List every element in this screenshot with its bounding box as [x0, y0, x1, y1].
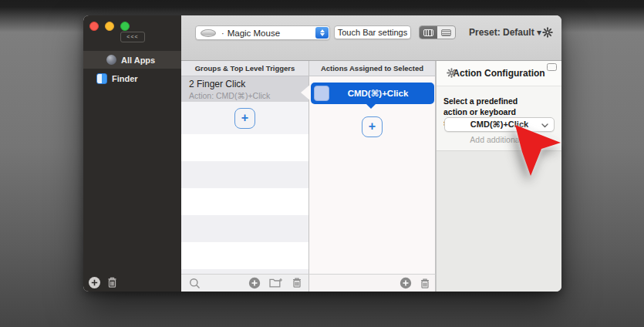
- stepper-icon: [315, 27, 329, 39]
- sidebar-bottom-bar: [83, 273, 181, 292]
- sidebar-item-all-apps[interactable]: All Apps: [83, 51, 181, 69]
- add-additional-action-link[interactable]: Add additional a: [437, 135, 561, 144]
- actions-bottom-bar: [309, 274, 436, 292]
- actions-column-header: Actions Assigned to Selected Trigger: [309, 61, 436, 76]
- list-view-icon: [441, 29, 451, 36]
- app-sidebar: <<< All Apps Finder: [83, 15, 181, 292]
- sidebar-item-finder[interactable]: Finder: [83, 69, 181, 87]
- trigger-row-selected[interactable]: 2 Finger Click Action: CMD(⌘)+Click: [181, 76, 309, 102]
- main-toolbar: · Magic Mouse Touch Bar settings Preset:…: [181, 15, 561, 61]
- settings-gear-icon[interactable]: [542, 27, 553, 38]
- minimize-button[interactable]: [105, 22, 114, 31]
- predefined-action-dropdown[interactable]: CMD(⌘)+Click: [444, 117, 555, 132]
- chevron-down-icon: [541, 123, 548, 128]
- add-item-button[interactable]: [248, 277, 261, 289]
- search-icon[interactable]: [189, 278, 201, 289]
- bettertouchtool-window: <<< All Apps Finder: [83, 15, 561, 292]
- add-trigger-row: +: [181, 102, 309, 134]
- action-configuration-card: Action Configuration Select a predefined…: [437, 61, 561, 151]
- triggers-column-header: Groups & Top Level Triggers: [181, 61, 309, 76]
- touch-bar-settings-button[interactable]: Touch Bar settings: [334, 25, 411, 39]
- action-type-icon: [314, 86, 329, 101]
- predefined-action-value: CMD(⌘)+Click: [470, 120, 528, 130]
- traffic-lights: [89, 22, 130, 31]
- desktop-backdrop: <<< All Apps Finder: [0, 0, 644, 327]
- add-app-button[interactable]: [88, 276, 101, 289]
- panel-header: Action Configuration: [437, 61, 561, 86]
- close-button[interactable]: [89, 22, 99, 31]
- add-folder-button[interactable]: [269, 277, 283, 288]
- selection-notch: [301, 84, 311, 101]
- add-action-row: +: [309, 111, 435, 142]
- sidebar-collapse-button[interactable]: <<<: [120, 32, 145, 42]
- delete-action-button[interactable]: [420, 278, 430, 289]
- zoom-button[interactable]: [120, 22, 130, 31]
- action-item-selected[interactable]: CMD(⌘)+Click: [311, 83, 434, 104]
- column-view-toggle[interactable]: [420, 26, 437, 39]
- triggers-list: 2 Finger Click Action: CMD(⌘)+Click +: [181, 76, 309, 274]
- trigger-subtitle: Action: CMD(⌘)+Click: [189, 91, 309, 100]
- view-mode-segmented-control: [419, 25, 456, 39]
- sidebar-item-label: All Apps: [121, 56, 155, 65]
- action-gear-icon: [447, 68, 457, 78]
- actions-list: CMD(⌘)+Click +: [309, 76, 436, 274]
- action-pointer-tail: [366, 103, 376, 109]
- delete-trigger-button[interactable]: [292, 277, 302, 288]
- finder-icon: [96, 73, 107, 84]
- list-view-toggle[interactable]: [437, 26, 455, 39]
- delete-app-button[interactable]: [106, 276, 118, 288]
- add-action-button[interactable]: +: [362, 116, 383, 137]
- triggers-bottom-bar: [181, 274, 309, 292]
- trigger-title: 2 Finger Click: [189, 79, 309, 89]
- column-view-icon: [423, 29, 433, 36]
- action-configuration-panel: Action Configuration Select a predefined…: [436, 61, 561, 292]
- action-item-label: CMD(⌘)+Click: [337, 88, 409, 99]
- detach-panel-icon[interactable]: [547, 63, 557, 71]
- add-action-bottom-button[interactable]: [400, 277, 412, 289]
- preset-menu[interactable]: Preset: Default ▾: [469, 25, 541, 39]
- empty-trigger-rows: [181, 134, 309, 274]
- device-bullet: ·: [221, 29, 224, 38]
- magic-mouse-icon: [201, 29, 216, 37]
- device-select-dropdown[interactable]: · Magic Mouse: [195, 25, 330, 40]
- add-trigger-button[interactable]: +: [234, 108, 255, 129]
- globe-icon: [106, 55, 116, 65]
- device-select-value: Magic Mouse: [228, 29, 280, 38]
- sidebar-item-label: Finder: [112, 74, 138, 83]
